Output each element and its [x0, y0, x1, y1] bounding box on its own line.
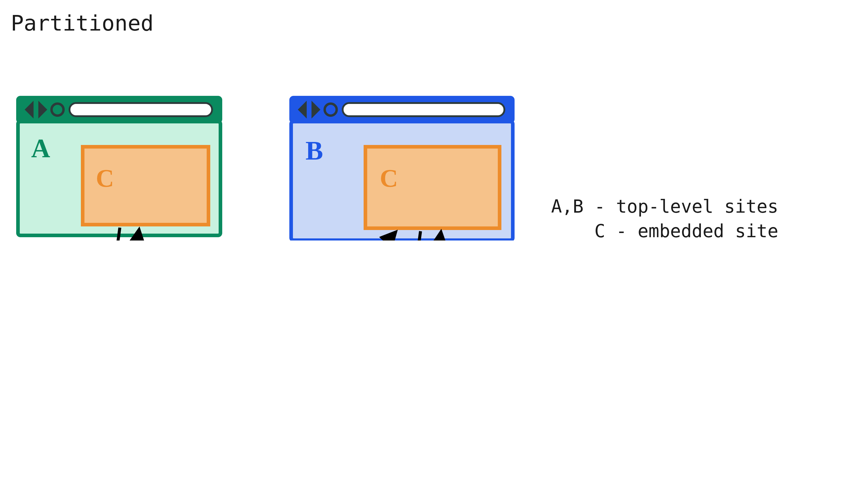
embed-c-in-a: C: [83, 147, 209, 225]
embed-label-c-b: C: [380, 164, 398, 192]
embed-label-c-a: C: [96, 164, 114, 192]
site-label-a: A: [31, 134, 50, 163]
browser-window-b: B C: [291, 98, 513, 240]
diagram-canvas: A C B C: [0, 0, 868, 241]
url-bar-b: [343, 103, 504, 116]
embed-c-in-b: C: [365, 147, 500, 228]
browser-window-a: A C: [18, 98, 220, 235]
site-label-b: B: [306, 136, 323, 165]
url-bar-a: [69, 103, 212, 116]
